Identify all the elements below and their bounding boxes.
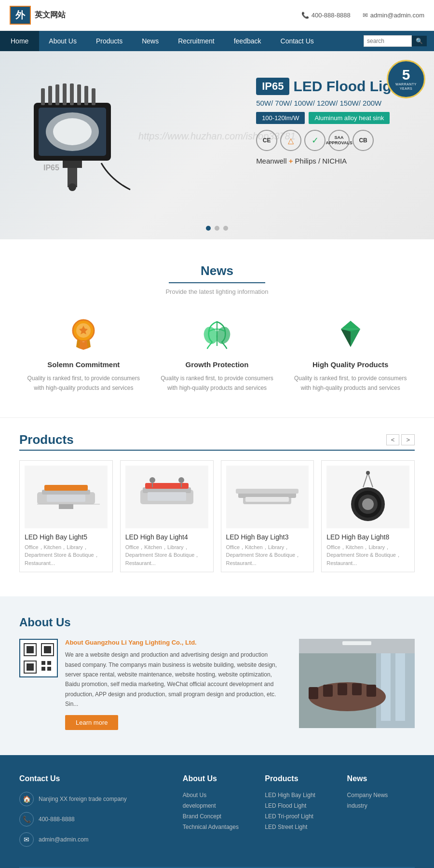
- feature-commitment: Solemn Commitment Quality is ranked firs…: [24, 315, 143, 393]
- email-info: ✉ admin@admin.com: [363, 12, 424, 19]
- product-img-1: [25, 466, 108, 528]
- footer-about-title: About Us: [183, 774, 250, 783]
- dot-3[interactable]: [223, 226, 228, 231]
- footer-about-link-4[interactable]: Technical Advantages: [183, 824, 250, 830]
- svg-rect-35: [59, 504, 73, 509]
- svg-rect-39: [148, 492, 186, 501]
- hero-watts: 50W/ 70W/ 100W/ 120W/ 150W/ 200W: [256, 99, 405, 107]
- leaf-icon: [198, 315, 236, 353]
- products-header: Products < >: [19, 432, 415, 447]
- footer-about-link-2[interactable]: development: [183, 802, 250, 809]
- svg-rect-74: [366, 685, 376, 697]
- footer-about-link-3[interactable]: Brand Concept: [183, 813, 250, 820]
- footer-news-title: News: [347, 774, 415, 783]
- svg-rect-47: [245, 497, 289, 502]
- product-img-3: [226, 466, 309, 528]
- dot-1[interactable]: [206, 226, 211, 231]
- svg-point-3: [53, 118, 92, 145]
- nav-products[interactable]: Products: [86, 31, 132, 51]
- products-nav: < >: [386, 434, 415, 445]
- cert-triangle: △: [280, 130, 301, 151]
- feature-growth: Growth Protection Quality is ranked firs…: [158, 315, 277, 393]
- product-name-4: LED High Bay Light8: [326, 533, 409, 541]
- svg-point-54: [366, 471, 370, 475]
- logo[interactable]: 外 英文网站: [10, 6, 66, 25]
- footer-products-link-4[interactable]: LED Street Light: [265, 824, 332, 830]
- header-contact: 📞 400-888-8888 ✉ admin@admin.com: [301, 12, 424, 19]
- products-section: Products < > LED High Bay Light5 Office，…: [0, 417, 434, 597]
- svg-rect-68: [395, 644, 405, 721]
- hero-text: IP65 LED Flood Light 50W/ 70W/ 100W/ 120…: [256, 78, 405, 165]
- medal-svg: [67, 317, 100, 353]
- footer: Contact Us 🏠 Nanjing XX foreign trade co…: [0, 755, 434, 868]
- search-input[interactable]: [364, 35, 412, 47]
- ip65-badge: IP65: [256, 78, 289, 95]
- product-name-2: LED High Bay Light4: [125, 533, 208, 541]
- prev-button[interactable]: <: [386, 434, 400, 445]
- nav-home[interactable]: Home: [0, 31, 39, 51]
- warranty-number: 5: [402, 68, 410, 82]
- search-button[interactable]: 🔍: [412, 36, 427, 46]
- svg-rect-58: [44, 646, 51, 653]
- svg-rect-56: [27, 646, 34, 653]
- news-subtitle: Provide the latest lighting information: [24, 288, 410, 295]
- footer-about-link-1[interactable]: About Us: [183, 792, 250, 799]
- learn-more-button[interactable]: Learn more: [65, 715, 118, 730]
- footer-products-link-1[interactable]: LED High Bay Light: [265, 792, 332, 799]
- nav-news[interactable]: News: [132, 31, 168, 51]
- product-card-3[interactable]: LED High Bay Light3 Office，Kitchen，Libra…: [221, 460, 314, 573]
- products-grid: LED High Bay Light5 Office，Kitchen，Libra…: [19, 460, 415, 573]
- dot-2[interactable]: [215, 226, 219, 231]
- next-button[interactable]: >: [401, 434, 415, 445]
- feature-quality: High Quality Products Quality is ranked …: [291, 315, 410, 393]
- feature-quality-desc: Quality is ranked first, to provide cons…: [291, 373, 410, 393]
- logo-text: 英文网站: [35, 10, 66, 20]
- cert-check: ✓: [304, 130, 326, 151]
- product-name-1: LED High Bay Light5: [25, 533, 108, 541]
- svg-rect-6: [55, 84, 59, 105]
- warranty-text: WARRANTYYEARS: [395, 82, 417, 91]
- footer-products: Products LED High Bay Light LED Flood Li…: [265, 774, 332, 853]
- footer-products-link-3[interactable]: LED Tri-proof Light: [265, 813, 332, 820]
- nav-feedback[interactable]: feedback: [224, 31, 271, 51]
- footer-grid: Contact Us 🏠 Nanjing XX foreign trade co…: [19, 774, 415, 853]
- about-text-block: About Guangzhou Li Yang Lighting Co., Lt…: [65, 639, 285, 730]
- product-card-4[interactable]: LED High Bay Light8 Office，Kitchen，Libra…: [321, 460, 415, 573]
- nav-contact[interactable]: Contact Us: [271, 31, 324, 51]
- hero-certs-row: CE △ ✓ SAAAPPROVALS CB: [256, 130, 405, 151]
- about-company-name: About Guangzhou Li Yang Lighting Co., Lt…: [65, 639, 285, 646]
- feature-commitment-title: Solemn Commitment: [24, 360, 143, 369]
- product-card-2[interactable]: LED High Bay Light4 Office，Kitchen，Libra…: [120, 460, 214, 573]
- contact-company: Nanjing XX foreign trade company: [39, 796, 127, 802]
- footer-news-link-1[interactable]: Company News: [347, 792, 415, 799]
- svg-rect-5: [48, 86, 52, 105]
- hero-brand: Meanwell + Philips / NICHIA: [256, 157, 405, 165]
- footer-news-link-2[interactable]: industry: [347, 802, 415, 809]
- nav-recruitment[interactable]: Recruitment: [168, 31, 224, 51]
- about-left: About Guangzhou Li Yang Lighting Co., Lt…: [19, 639, 285, 735]
- product-card-1[interactable]: LED High Bay Light5 Office，Kitchen，Libra…: [19, 460, 113, 573]
- svg-rect-8: [70, 83, 74, 105]
- plus-icon: +: [289, 157, 293, 165]
- nav-about[interactable]: About Us: [39, 31, 86, 51]
- svg-marker-27: [341, 329, 351, 347]
- feature-growth-desc: Quality is ranked first, to provide cons…: [158, 373, 277, 393]
- logo-box: 外: [10, 6, 31, 25]
- contact-email: admin@admin.com: [39, 836, 89, 843]
- feature-quality-title: High Quality Products: [291, 360, 410, 369]
- product-desc-2: Office，Kitchen，Library，Department Store …: [125, 543, 208, 567]
- footer-products-link-2[interactable]: LED Flood Light: [265, 802, 332, 809]
- hero-badge-row: IP65 LED Flood Light: [256, 78, 405, 95]
- cert-cb: CB: [353, 130, 374, 151]
- feature-growth-title: Growth Protection: [158, 360, 277, 369]
- contact-phone: 400-888-8888: [39, 816, 75, 823]
- news-section: News Provide the latest lighting informa…: [0, 239, 434, 417]
- phone-info: 📞 400-888-8888: [301, 12, 351, 19]
- svg-rect-64: [47, 667, 51, 671]
- phone-icon: 📞: [301, 12, 309, 19]
- main-nav: Home About Us Products News Recruitment …: [0, 31, 434, 51]
- svg-rect-9: [77, 84, 81, 105]
- svg-rect-60: [27, 663, 34, 671]
- hero-dots: [206, 226, 228, 231]
- svg-rect-61: [41, 661, 45, 665]
